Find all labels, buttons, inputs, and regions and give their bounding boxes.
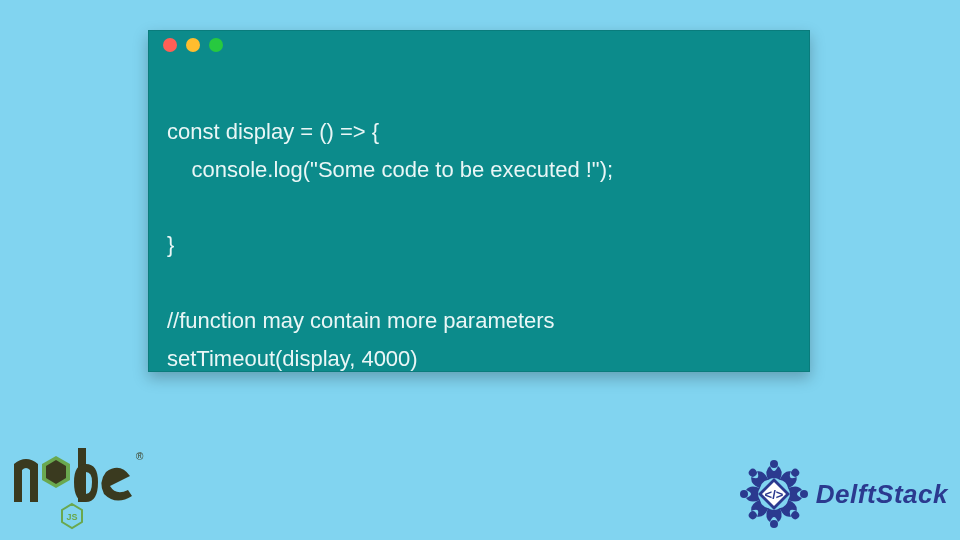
- minimize-icon[interactable]: [186, 38, 200, 52]
- code-line: //function may contain more parameters: [167, 308, 555, 333]
- code-body: const display = () => { console.log("Som…: [149, 59, 809, 415]
- svg-point-12: [747, 510, 758, 521]
- delftstack-label: DelftStack: [816, 479, 948, 510]
- code-line: console.log("Some code to be executed !"…: [167, 157, 613, 182]
- code-line: const display = () => {: [167, 119, 379, 144]
- maximize-icon[interactable]: [209, 38, 223, 52]
- svg-text:</>: </>: [764, 487, 783, 502]
- code-window: const display = () => { console.log("Som…: [148, 30, 810, 372]
- window-title-bar: [149, 31, 809, 59]
- svg-text:®: ®: [136, 451, 144, 462]
- nodejs-logo-icon: JS ®: [8, 442, 148, 532]
- delftstack-mark-icon: </>: [738, 458, 810, 530]
- svg-point-7: [770, 460, 778, 468]
- svg-point-9: [800, 490, 808, 498]
- delftstack-logo: </> DelftStack: [738, 458, 948, 530]
- svg-point-8: [789, 467, 800, 478]
- close-icon[interactable]: [163, 38, 177, 52]
- svg-point-11: [770, 520, 778, 528]
- code-line: }: [167, 232, 174, 257]
- svg-text:JS: JS: [66, 512, 77, 522]
- svg-point-13: [740, 490, 748, 498]
- svg-point-10: [789, 510, 800, 521]
- code-line: setTimeout(display, 4000): [167, 346, 418, 371]
- svg-point-14: [747, 467, 758, 478]
